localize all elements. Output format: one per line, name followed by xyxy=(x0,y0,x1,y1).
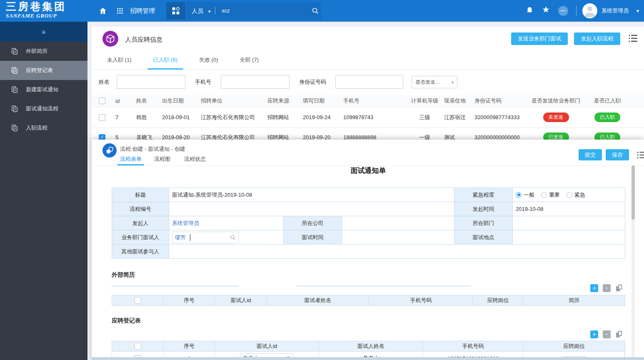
tab-flow-diagram[interactable]: 流程图 xyxy=(154,155,170,164)
initiator-link[interactable]: 系统管理员 xyxy=(172,220,199,227)
favorites-star-icon[interactable]: ★ xyxy=(542,5,550,15)
module-select[interactable]: 人员 ▾ xyxy=(192,0,210,22)
company-label: 所在公司 xyxy=(284,216,342,230)
others-label: 其他面试参与人 xyxy=(112,245,169,259)
modal-scrollbar-thumb[interactable] xyxy=(632,165,635,220)
filter-send-select-value: 是否发送... xyxy=(415,79,439,86)
topbar-divider xyxy=(215,7,215,15)
cell-residence: 江苏宿迁 xyxy=(444,114,474,121)
table-row[interactable]: 7 韩胜 2018-09-01 江苏海伦石化有限公司 招聘网站 2019-09-… xyxy=(92,107,644,128)
logo-chinese: 三房巷集团 xyxy=(6,1,66,12)
col-position: 应聘岗位 xyxy=(523,341,625,351)
sidebar-item-application-form[interactable]: 应聘登记表 xyxy=(0,61,87,80)
module-select-label: 人员 xyxy=(192,8,203,14)
notifications-bell-icon[interactable] xyxy=(525,6,534,15)
select-all-checkbox[interactable] xyxy=(135,297,141,304)
add-row-button[interactable]: + xyxy=(590,330,598,338)
interviewer-input[interactable]: 缪芳 xyxy=(172,232,239,243)
initiator-label: 发起人 xyxy=(112,216,169,230)
more-options-icon[interactable]: ••• xyxy=(558,6,568,16)
col-phone: 手机号码 xyxy=(423,341,523,351)
tab-expired[interactable]: 失效 (0) xyxy=(193,50,224,70)
applicants-table: id 姓名 出生日期 招聘单位 应聘来源 填写日期 手机号 计算机等级 现居住地… xyxy=(92,95,644,147)
hamburger-icon: ≡ xyxy=(42,28,46,35)
radio-important[interactable]: 重要 xyxy=(541,191,560,199)
filter-phone-input[interactable] xyxy=(221,75,290,89)
interviewer-value: 缪芳 xyxy=(175,234,186,241)
dept-label: 所在部门 xyxy=(454,216,513,230)
horizontal-scrollbar[interactable] xyxy=(92,357,644,360)
home-icon[interactable] xyxy=(99,7,107,15)
app-name[interactable]: 招聘管理 xyxy=(130,0,155,22)
cell-id: 7 xyxy=(115,114,136,120)
resume-table-header: 序号 面试人id 面试者姓名 手机号码 应聘岗位 简历 xyxy=(112,295,625,306)
title-value[interactable]: 面试通知-系统管理员-2019-10-08 xyxy=(169,188,454,202)
sidebar-item-external-resume[interactable]: 外部简历 xyxy=(0,42,87,61)
col-interviewer-name: 面试人姓名 xyxy=(319,341,423,351)
list-view-icon[interactable] xyxy=(628,34,638,43)
text-cursor xyxy=(190,234,190,241)
filter-idcard-label: 身份证号码 xyxy=(299,78,326,86)
radio-label: 重要 xyxy=(549,191,560,199)
register-section-title: 应聘登记表 xyxy=(112,317,141,325)
table-header-row: id 姓名 出生日期 招聘单位 应聘来源 填写日期 手机号 计算机等级 现居住地… xyxy=(92,95,644,107)
radio-icon xyxy=(541,192,547,198)
sidebar-collapse-button[interactable]: ≡ xyxy=(0,22,87,42)
interview-time-value[interactable] xyxy=(342,230,454,245)
section-underline xyxy=(296,286,471,286)
start-onboarding-button[interactable]: 发起入职流程 xyxy=(574,32,620,45)
dept-value[interactable] xyxy=(513,216,625,230)
flow-icon xyxy=(105,146,114,155)
interview-notice-form: 标题 面试通知-系统管理员-2019-10-08 紧急程度 一般 重要 紧急 流… xyxy=(112,188,625,259)
radio-urgent[interactable]: 紧急 xyxy=(567,191,585,199)
urgency-radio-group: 一般 重要 紧急 xyxy=(513,188,625,202)
cell-phone: 1099878743 xyxy=(343,114,408,120)
copy-icon xyxy=(618,285,622,290)
others-value[interactable] xyxy=(169,245,625,259)
send-department-interview-button[interactable]: 发送业务部门面试 xyxy=(511,32,568,45)
remove-row-button[interactable]: − xyxy=(603,330,611,338)
col-phone: 手机号码 xyxy=(369,295,473,305)
add-row-button[interactable]: + xyxy=(590,284,598,292)
user-menu-chevron-icon[interactable]: ▾ xyxy=(637,0,639,22)
filter-name-input[interactable] xyxy=(117,75,185,89)
company-value[interactable] xyxy=(342,216,454,230)
select-all-checkbox[interactable] xyxy=(135,343,141,350)
start-time-value[interactable]: 2019-10-08 xyxy=(513,202,625,216)
apps-grid-icon[interactable] xyxy=(117,8,123,14)
global-search-input[interactable]: xcz xyxy=(222,0,230,22)
sidebar-item-new-interview-notice[interactable]: 新建面试通知 xyxy=(0,80,87,99)
copy-row-button[interactable] xyxy=(615,330,623,338)
user-avatar[interactable] xyxy=(582,3,597,18)
search-icon[interactable] xyxy=(312,7,319,15)
urgency-label: 紧急程度 xyxy=(454,188,513,202)
cell-birth: 2018-09-01 xyxy=(162,114,201,120)
col-birth: 出生日期 xyxy=(162,97,201,105)
save-button[interactable]: 保存 xyxy=(606,149,629,160)
sent-status-badge: 未发送 xyxy=(543,112,569,122)
place-value[interactable] xyxy=(513,230,625,245)
copy-row-button[interactable] xyxy=(615,284,623,292)
radio-normal[interactable]: 一般 xyxy=(516,191,534,199)
module-switcher[interactable] xyxy=(166,2,185,20)
sidebar-item-interview-notice-flow[interactable]: 面试通知流程 xyxy=(0,99,87,118)
row-checkbox[interactable] xyxy=(99,114,105,121)
user-name[interactable]: 系统管理员 xyxy=(602,0,629,22)
status-tabs: 未入职 (1) 已入职 (6) 失效 (0) 全部 (7) xyxy=(92,50,644,70)
col-resume: 简历 xyxy=(523,295,625,305)
tab-not-onboarded[interactable]: 未入职 (1) xyxy=(101,50,137,70)
flow-no-value[interactable] xyxy=(169,202,454,216)
sidebar-item-onboarding-flow[interactable]: 入职流程 xyxy=(0,118,87,138)
remove-row-button[interactable]: − xyxy=(603,284,611,292)
tab-onboarded[interactable]: 已入职 (6) xyxy=(147,50,184,70)
list-view-icon[interactable] xyxy=(637,151,644,159)
tab-flow-form[interactable]: 流程表单 xyxy=(120,155,142,164)
tab-flow-status[interactable]: 流程状态 xyxy=(184,155,206,164)
select-all-checkbox[interactable] xyxy=(99,98,105,104)
tab-all[interactable]: 全部 (7) xyxy=(234,50,265,70)
search-icon[interactable] xyxy=(230,235,236,240)
screen: 三房巷集团 SANFAME GROUP 招聘管理 人员 ▾ xcz xyxy=(0,0,644,360)
filter-idcard-input[interactable] xyxy=(335,75,403,89)
submit-button[interactable]: 提交 xyxy=(579,149,602,160)
filter-send-select[interactable]: 是否发送... ▾ xyxy=(412,76,457,88)
